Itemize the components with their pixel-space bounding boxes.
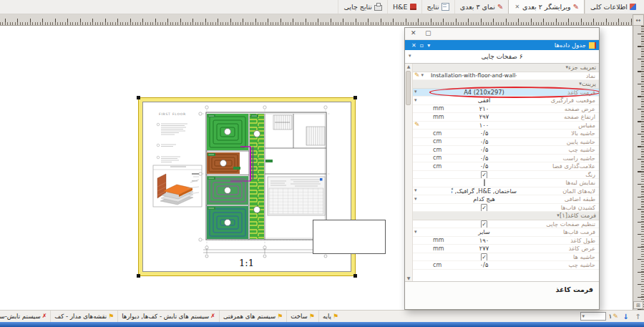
property-value[interactable]: A4 (210x297) [452, 89, 517, 96]
property-value[interactable]: Installation-with-floor-and-wall-heati [429, 72, 517, 79]
checkbox[interactable]: ✓ [481, 204, 487, 211]
bottom-tab-2[interactable]: ⚑سیستم های همرفتی [219, 311, 286, 322]
pencil-icon[interactable]: ✎ [414, 122, 420, 128]
property-label: مقیاس [517, 122, 599, 129]
checkbox[interactable]: ✓ [481, 220, 487, 228]
property-section-2[interactable]: پرینت▾ [412, 80, 599, 89]
property-section-18[interactable]: فرمت کاغذ[۱]▾ [412, 212, 599, 220]
property-row-15[interactable]: لایه‌های المانساختمان, H&E, گرافیک, گرما… [412, 187, 599, 196]
property-controls: ▾ [412, 188, 429, 193]
page-setup-icon[interactable]: ⊞ [633, 301, 643, 309]
property-value[interactable]: ۰/۵ [452, 130, 517, 137]
maximize-icon[interactable]: ▢ [425, 29, 431, 38]
property-row-4[interactable]: موقعیت قرارگیریافقی▾ [412, 97, 599, 105]
chevron-down-icon[interactable]: ▾ [414, 98, 417, 103]
property-row-11[interactable]: حاشیه راست۰/۵cm [412, 155, 599, 163]
property-value[interactable]: ۰/۵ [452, 138, 517, 145]
bottom-bar: ⚑پایه⚑ساخت⚑سیستم های همرفتی✗سیستم های تا… [0, 310, 644, 322]
property-value[interactable]: ۰/۵ [452, 261, 517, 268]
property-value[interactable]: ۲۹۷ [452, 113, 517, 120]
property-value[interactable]: ساختمان, H&E, گرافیک, گرمایش/سرمایش [452, 187, 517, 195]
property-unit: mm [429, 105, 452, 112]
chevron-down-icon[interactable]: ▾ [421, 73, 424, 78]
property-row-21[interactable]: طول کاغذ۱۹۰mm [412, 237, 599, 245]
top-tab-print-results[interactable]: نتایج چاپی [338, 0, 387, 14]
top-tab-general-info[interactable]: اطلاعات کلی [585, 0, 641, 14]
overlay-rectangle[interactable] [313, 220, 386, 254]
selection-handle[interactable] [137, 274, 140, 278]
pen-icon: ✎ [573, 4, 579, 10]
property-value[interactable]: ۱۰۰ [452, 122, 517, 129]
property-value[interactable]: ۰/۵ [452, 146, 517, 153]
edit-floor-icon[interactable]: ✎ [613, 313, 618, 320]
chevron-down-icon[interactable]: ▾ [414, 197, 417, 202]
bottom-tab-4[interactable]: ⚑نقشه‌های مدار - کف [50, 311, 117, 322]
property-row-3[interactable]: فرمت کاغذA4 (210x297)▾ [412, 89, 599, 97]
close-tab-icon[interactable]: ✕ [514, 4, 520, 10]
property-row-14[interactable]: نمایش لبه‌ها [412, 179, 599, 187]
property-label: فرمت قاب‌ها [517, 228, 599, 235]
property-row-20[interactable]: فرمت قاب‌هاسایر▾ [412, 228, 599, 237]
property-value[interactable]: ۲۷۷ [452, 245, 517, 252]
scroll-down-icon[interactable]: ▼ [405, 275, 412, 281]
pencil-icon[interactable]: ✎ [414, 72, 420, 79]
bottom-tab-3[interactable]: ✗سیستم های تابش - کف‌ها, دیوارها [117, 311, 219, 322]
bottom-tab-5[interactable]: ✗سیستم تابش-سقف‌ها [0, 311, 50, 322]
property-row-6[interactable]: ارتفاع صفحه۲۹۷mm [412, 113, 599, 122]
property-value[interactable]: ۰/۵ [452, 162, 517, 170]
property-row-5[interactable]: عرض صفحه۲۱۰mm [412, 105, 599, 114]
property-unit: cm [429, 155, 452, 161]
property-value[interactable]: افقی [452, 97, 517, 104]
bottom-tab-0[interactable]: ⚑پایه [318, 311, 342, 322]
property-row-22[interactable]: عرض کاغذ۲۷۷mm [412, 245, 599, 253]
scroll-up-icon[interactable]: ▲ [405, 64, 412, 69]
floor-up-button[interactable]: ↑ [633, 312, 643, 321]
checkbox[interactable] [484, 179, 485, 186]
property-row-12[interactable]: علامت‌گذاری فضا۰/۵cm [412, 162, 599, 171]
property-value[interactable]: هیچ کدام [452, 195, 517, 202]
chevron-down-icon[interactable]: ▾ [414, 89, 417, 94]
property-value[interactable]: ۱۹۰ [452, 237, 517, 244]
property-row-1[interactable]: نمادInstallation-with-floor-and-wall-hea… [412, 72, 599, 81]
top-tab-view-3d[interactable]: ✎نمای ۳ بعدی [454, 0, 509, 14]
property-row-23[interactable]: حاشیه ها✓ [412, 253, 599, 262]
property-label: حاشیه پایین [517, 138, 599, 145]
chevron-down-icon[interactable]: ▾ [414, 230, 417, 235]
property-row-24[interactable]: حاشیه چپ۰/۵cm [412, 261, 599, 270]
property-row-17[interactable]: کشیدن قاب‌ها✓ [412, 204, 599, 213]
checkbox[interactable]: ✓ [481, 171, 487, 178]
top-tab-results[interactable]: نتایج [421, 0, 454, 14]
property-value[interactable]: ۰/۵ [452, 155, 517, 162]
pages-combobox[interactable]: ۶ صفحات چاپی ▾ [405, 50, 599, 64]
panel-close-icon[interactable]: ✕ [411, 42, 416, 49]
property-row-7[interactable]: مقیاس۱۰۰✎ [412, 122, 599, 130]
top-tab-label: اطلاعات کلی [590, 3, 628, 11]
panel-header[interactable]: جدول داده‌ها ▾ ▫ ✕ [405, 40, 599, 50]
chevron-down-icon[interactable]: ▾ [414, 188, 417, 193]
property-row-8[interactable]: حاشیه بالا۰/۵cm [412, 130, 599, 138]
scrollbar-thumb[interactable] [406, 71, 411, 105]
close-icon[interactable]: ✕ [411, 29, 416, 38]
property-row-10[interactable]: حاشیه چپ۰/۵cm [412, 146, 599, 155]
property-row-9[interactable]: حاشیه پایین۰/۵cm [412, 138, 599, 147]
property-value[interactable]: سایر [452, 228, 517, 235]
selection-handle[interactable] [137, 96, 140, 99]
property-section-0[interactable]: تعریف جزء▾ [412, 64, 599, 72]
top-tab-editor-2d[interactable]: ✎ویرایشگر ۲ بعدی✕ [508, 0, 585, 14]
property-row-13[interactable]: رنگ✓ [412, 171, 599, 180]
panel-collapse-icon[interactable]: ▾ [427, 42, 430, 49]
property-value[interactable]: ۲۱۰ [452, 105, 517, 112]
panel-titlebar[interactable]: ✕ ▢ [405, 28, 599, 40]
selection-handle[interactable] [353, 274, 357, 278]
floor-combobox[interactable]: ▾ [580, 312, 606, 321]
bottom-tab-1[interactable]: ⚑ساخت [286, 311, 318, 322]
property-row-16[interactable]: طبقه اضافیهیچ کدام▾ [412, 195, 599, 204]
selection-handle[interactable] [353, 96, 357, 99]
vertical-ruler [633, 26, 644, 310]
property-row-19[interactable]: تنظیم صفحات چاپی✓ [412, 220, 599, 229]
floor-down-button[interactable]: ↓ [621, 312, 630, 321]
grid-scrollbar[interactable]: ▲ ▼ [405, 64, 413, 281]
checkbox[interactable]: ✓ [481, 253, 487, 260]
panel-restore-icon[interactable]: ▫ [420, 42, 424, 49]
top-tab-hne[interactable]: H&E [387, 0, 421, 14]
